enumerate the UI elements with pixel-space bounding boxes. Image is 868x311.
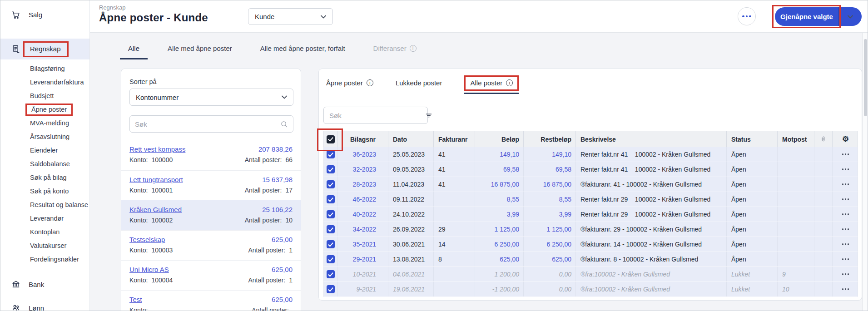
posts-tab[interactable]: Lukkede poster [396,75,442,94]
sidebar-submenu-item[interactable]: Leverandørfaktura [0,75,89,89]
table-settings-gear-icon[interactable]: ⚙ [842,134,849,144]
cell-bilagsnr[interactable]: 29-2021 [337,252,388,267]
sidebar-submenu-item[interactable]: Fordelingsnøkler [0,252,89,266]
cell-bilagsnr[interactable]: 40-2022 [337,207,388,222]
column-header-belop[interactable]: Beløp [475,131,524,147]
vertical-scrollbar[interactable] [862,33,868,311]
more-options-button[interactable] [738,7,756,25]
posts-search-input[interactable] [324,107,425,123]
cell-bilagsnr[interactable]: 46-2022 [337,192,388,207]
sidebar-submenu-item[interactable]: MVA-melding [0,116,89,130]
column-header-dato[interactable]: Dato [388,131,434,147]
sidebar-submenu-item[interactable]: Eiendeler [0,143,89,157]
row-menu-button[interactable] [842,273,849,275]
cell-dato: 04.06.2021 [388,267,434,281]
customer-name-link[interactable]: Test [129,296,142,303]
reopen-selected-button[interactable]: Gjenåpne valgte [775,7,862,26]
row-menu-button[interactable] [842,243,849,245]
row-checkbox[interactable] [327,225,335,233]
sidebar-item-lonn[interactable]: Lønn [0,300,89,311]
column-header-restbelop[interactable]: Restbeløp [524,131,576,147]
row-checkbox[interactable] [327,150,335,158]
column-header-bilagsnr[interactable]: Bilagsnr [337,131,388,147]
row-menu-button[interactable] [842,183,849,185]
row-checkbox[interactable] [327,270,335,278]
row-checkbox[interactable] [327,285,335,293]
sidebar-submenu-item[interactable]: Budsjett [0,89,89,103]
sidebar-submenu-item[interactable]: Resultat og balanse [0,198,89,212]
filter-button[interactable] [425,107,432,123]
customer-search-input[interactable] [135,120,280,128]
row-menu-button[interactable] [842,168,849,170]
row-checkbox[interactable] [327,180,335,188]
posts-panel: Åpne poster i Lukkede poster Alle p [318,69,862,301]
view-tab[interactable]: Alle med åpne poster, forfalt [252,33,353,59]
select-all-checkbox[interactable] [327,135,335,143]
row-menu-button[interactable] [842,258,849,260]
antall-value: 17 [285,187,293,194]
sidebar-item-bank[interactable]: Bank [0,276,89,292]
cell-bilagsnr[interactable]: 10-2021 [337,267,388,281]
konto-label: Konto: [129,217,148,224]
button-dropdown-toggle[interactable] [839,15,862,19]
sidebar-submenu-item-label: Budsjett [30,91,54,100]
row-checkbox[interactable] [327,165,335,173]
sidebar-item-salg[interactable]: Salg [0,0,89,32]
column-header-motpost[interactable]: Motpost [778,131,814,147]
breadcrumb[interactable]: Regnskap [99,4,126,11]
view-tab[interactable]: Alle [120,33,148,59]
sidebar-submenu-item[interactable]: Valutakurser [0,239,89,252]
customer-name-link[interactable]: Uni Micro AS [129,266,169,273]
cell-restbelop: 625,00 [524,252,576,267]
row-checkbox[interactable] [327,240,335,248]
sidebar-submenu-item[interactable]: Leverandør [0,212,89,225]
row-menu-button[interactable] [842,288,849,290]
sidebar-submenu-item[interactable]: Saldobalanse [0,157,89,171]
posts-table-row: 46-2022 09.11.2022 8,55 8,55 Renter fakt… [323,192,858,207]
cell-bilagsnr[interactable]: 9-2021 [337,282,388,296]
customer-name-link[interactable]: Lett tungtransport [129,176,183,183]
column-header-fakturanr[interactable]: Fakturanr [434,131,475,147]
cell-bilagsnr[interactable]: 28-2023 [337,177,388,192]
customer-list-item[interactable]: Testselskap 625,00 Konto:100003 Antall p… [121,230,301,260]
customer-list-item[interactable]: Kråken Gullsmed 25 106,22 Konto:100002 A… [121,200,301,230]
cell-bilagsnr[interactable]: 36-2023 [337,147,388,162]
sidebar-item-regnskap[interactable]: Regnskap [0,39,89,59]
customer-list-item[interactable]: Lett tungtransport 15 637,98 Konto:10000… [121,170,301,200]
view-tab[interactable]: Alle med åpne poster [159,33,240,59]
entity-select[interactable]: Kunde [248,8,333,25]
sidebar-submenu-item[interactable]: Bilagsføring [0,62,89,75]
customer-name-link[interactable]: Kråken Gullsmed [129,206,182,213]
customer-list-item[interactable]: Test 625,00 Konto: Antall poster: [121,290,301,311]
column-header-status[interactable]: Status [727,131,778,147]
customer-list-item[interactable]: Uni Micro AS 625,00 Konto:100004 Antall … [121,260,301,290]
row-menu-button[interactable] [842,228,849,230]
sidebar-submenu-item[interactable]: Søk på bilag [0,171,89,184]
posts-tab[interactable]: Alle poster i [464,75,519,94]
view-tab[interactable]: Differanser i [365,33,425,59]
row-checkbox[interactable] [327,210,335,218]
customer-list-item[interactable]: Rett vest kompass 207 838,26 Konto:10000… [121,140,301,170]
row-menu-button[interactable] [842,213,849,215]
customer-name-link[interactable]: Rett vest kompass [129,145,185,153]
sidebar-submenu-item[interactable]: Årsavslutning [0,130,89,143]
column-header-beskrivelse[interactable]: Beskrivelse [576,131,727,147]
posts-tab[interactable]: Åpne poster i [326,75,373,94]
sidebar-submenu-item[interactable]: Kontoplan [0,225,89,239]
annotation-box-regnskap: Regnskap [23,41,69,57]
sidebar-submenu-item[interactable]: Åpne poster [0,103,89,116]
row-checkbox[interactable] [327,195,335,203]
sort-select[interactable]: Kontonummer [129,89,293,106]
sidebar-submenu-item[interactable]: Søk på konto [0,184,89,198]
cell-bilagsnr[interactable]: 32-2023 [337,162,388,177]
customer-name-link[interactable]: Testselskap [129,236,165,243]
row-checkbox[interactable] [327,255,335,263]
row-menu-button[interactable] [842,153,849,155]
row-menu-button[interactable] [842,198,849,200]
paperclip-icon [820,136,827,143]
cell-motpost [778,207,814,222]
cell-dato: 26.09.2022 [388,222,434,237]
cell-bilagsnr[interactable]: 34-2022 [337,222,388,237]
scrollbar-thumb[interactable] [864,39,867,116]
cell-bilagsnr[interactable]: 35-2021 [337,237,388,252]
